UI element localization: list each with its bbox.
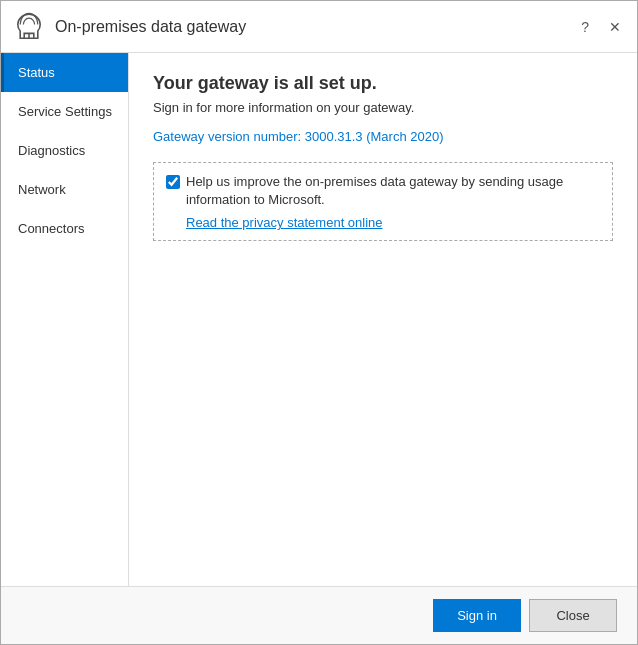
- telemetry-checkbox-row: Help us improve the on-premises data gat…: [166, 173, 600, 209]
- window-controls: ? ✕: [577, 17, 625, 37]
- privacy-link[interactable]: Read the privacy statement online: [166, 215, 600, 230]
- telemetry-checkbox[interactable]: [166, 175, 180, 189]
- signin-button[interactable]: Sign in: [433, 599, 521, 632]
- sidebar-item-connectors[interactable]: Connectors: [1, 209, 128, 248]
- telemetry-label: Help us improve the on-premises data gat…: [186, 173, 600, 209]
- help-button[interactable]: ?: [577, 17, 593, 37]
- gateway-version: Gateway version number: 3000.31.3 (March…: [153, 129, 613, 144]
- page-subtext: Sign in for more information on your gat…: [153, 100, 613, 115]
- gateway-icon: [13, 11, 45, 43]
- page-heading: Your gateway is all set up.: [153, 73, 613, 94]
- telemetry-box: Help us improve the on-premises data gat…: [153, 162, 613, 241]
- content-area: Your gateway is all set up. Sign in for …: [129, 53, 637, 586]
- sidebar-item-status[interactable]: Status: [1, 53, 128, 92]
- app-title: On-premises data gateway: [55, 18, 577, 36]
- footer: Sign in Close: [1, 586, 637, 644]
- main-window: On-premises data gateway ? ✕ Status Serv…: [0, 0, 638, 645]
- main-content: Status Service Settings Diagnostics Netw…: [1, 53, 637, 586]
- sidebar-item-diagnostics[interactable]: Diagnostics: [1, 131, 128, 170]
- sidebar-item-network[interactable]: Network: [1, 170, 128, 209]
- window-close-button[interactable]: ✕: [605, 17, 625, 37]
- close-button[interactable]: Close: [529, 599, 617, 632]
- titlebar: On-premises data gateway ? ✕: [1, 1, 637, 53]
- sidebar-item-service-settings[interactable]: Service Settings: [1, 92, 128, 131]
- sidebar: Status Service Settings Diagnostics Netw…: [1, 53, 129, 586]
